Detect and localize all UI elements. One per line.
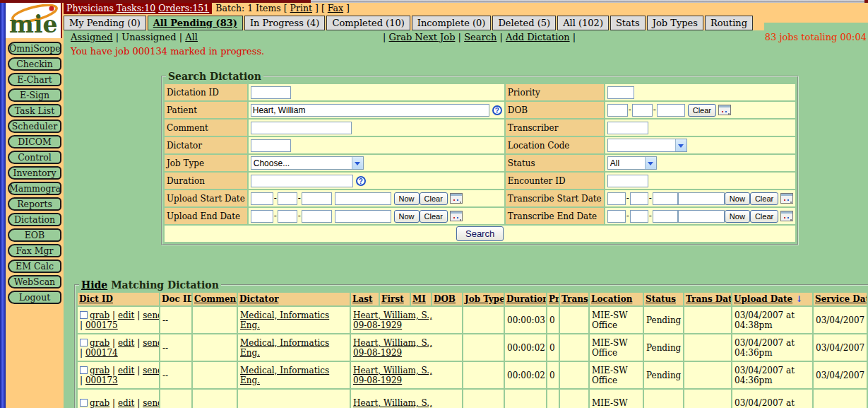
upload-end-now-button[interactable]: Now [394, 210, 420, 223]
col-job-type[interactable]: Job Type [463, 293, 504, 305]
upload-start-month-input[interactable] [251, 192, 273, 205]
transcribe-start-time-input[interactable] [678, 192, 725, 205]
col-first[interactable]: First [380, 293, 410, 305]
col-comment[interactable]: Comment [193, 293, 237, 305]
dictator-link[interactable]: Medical, Informatics Eng. [240, 338, 329, 358]
duration-input[interactable] [251, 175, 353, 187]
priority-input[interactable] [607, 86, 634, 99]
sidebar-item-eob[interactable]: EOB [8, 228, 61, 242]
col-comment-link[interactable]: Comment [194, 294, 237, 304]
sidebar-item-echart[interactable]: E-Chart [8, 73, 61, 86]
col-mi-link[interactable]: MI [412, 294, 426, 304]
col-dict-id-link[interactable]: Dict ID [79, 294, 113, 304]
sidebar-item-logout[interactable]: Logout [8, 291, 61, 304]
encounter-id-input[interactable] [607, 175, 648, 187]
dob-calendar-icon[interactable] [718, 105, 731, 115]
dob-month-input[interactable] [607, 104, 628, 117]
upload-start-calendar-icon[interactable] [450, 193, 463, 204]
upload-start-time-input[interactable] [335, 192, 391, 205]
col-location-link[interactable]: Location [591, 294, 632, 304]
col-trans-link[interactable]: Trans [561, 294, 588, 304]
edit-link[interactable]: edit [118, 338, 134, 348]
transcribe-start-calendar-icon[interactable] [780, 193, 793, 204]
grab-next-job-link[interactable]: Grab Next Job [389, 32, 456, 42]
patient-input[interactable] [251, 104, 489, 117]
upload-start-year-input[interactable] [302, 192, 332, 205]
orders-link[interactable]: Orders:151 [158, 3, 209, 13]
tab-deleted[interactable]: Deleted (5) [492, 16, 556, 30]
col-pri[interactable]: Pri [547, 293, 559, 305]
grab-link[interactable]: grab [90, 310, 109, 320]
search-link[interactable]: Search [464, 32, 497, 42]
row-checkbox[interactable] [80, 399, 88, 407]
col-mi[interactable]: MI [411, 293, 431, 305]
patient-dob-link[interactable]: 09-08-1929 [353, 375, 402, 385]
dictator-input[interactable] [251, 139, 291, 152]
transcribe-start-clear-button[interactable]: Clear [750, 192, 778, 205]
row-checkbox[interactable] [80, 311, 88, 319]
upload-end-month-input[interactable] [251, 210, 273, 223]
grab-link[interactable]: grab [90, 366, 109, 375]
patient-name-link[interactable]: Heart, William, S., [353, 338, 432, 348]
col-trans-date[interactable]: Trans Date [684, 293, 731, 305]
edit-link[interactable]: edit [118, 398, 134, 408]
tab-routing[interactable]: Routing [705, 16, 753, 30]
upload-end-time-input[interactable] [335, 210, 391, 223]
sidebar-item-reports[interactable]: Reports [8, 197, 61, 211]
patient-name-link[interactable]: Heart, William, S., [353, 366, 432, 375]
transcribe-start-now-button[interactable]: Now [725, 192, 750, 205]
col-dob[interactable]: DOB [432, 293, 462, 305]
sidebar-item-dictation[interactable]: Dictation [8, 213, 61, 226]
transcribe-start-day-input[interactable] [630, 192, 648, 205]
col-last[interactable]: Last [351, 293, 379, 305]
tab-my-pending[interactable]: My Pending (0) [64, 16, 146, 30]
upload-start-now-button[interactable]: Now [394, 192, 420, 205]
comment-input[interactable] [251, 122, 352, 134]
send-link[interactable]: send [143, 398, 159, 408]
row-checkbox[interactable] [80, 339, 88, 346]
col-service-date-link[interactable]: Service Date [815, 294, 867, 304]
sidebar-item-checkin[interactable]: Checkin [8, 57, 61, 71]
transcriber-input[interactable] [607, 122, 648, 134]
tasks-link[interactable]: Tasks:10 [117, 3, 155, 13]
tab-all[interactable]: All (102) [557, 16, 609, 30]
dob-year-input[interactable] [657, 104, 685, 117]
col-duration[interactable]: Duration [505, 293, 546, 305]
dob-clear-button[interactable]: Clear [688, 104, 716, 117]
upload-end-calendar-icon[interactable] [450, 211, 463, 221]
sidebar-item-webscan[interactable]: WebScan [8, 275, 61, 288]
dictator-link[interactable]: Medical, Informatics Eng. [240, 310, 329, 330]
patient-help-icon[interactable]: ? [492, 105, 502, 115]
add-dictation-link[interactable]: Add Dictation [506, 32, 570, 42]
col-upload-date[interactable]: Upload Date ↓ [732, 293, 812, 305]
sidebar-item-emcalc[interactable]: EM Calc [8, 260, 61, 273]
col-dictator[interactable]: Dictator [238, 293, 350, 305]
grab-link[interactable]: grab [90, 398, 109, 408]
col-upload-date-link[interactable]: Upload Date [734, 294, 792, 304]
upload-end-day-input[interactable] [278, 210, 297, 223]
col-status-link[interactable]: Status [646, 294, 676, 304]
transcribe-end-calendar-icon[interactable] [780, 211, 793, 221]
patient-name-link[interactable]: Heart, William, S., [353, 310, 432, 320]
upload-end-clear-button[interactable]: Clear [420, 210, 448, 223]
transcribe-end-day-input[interactable] [630, 210, 648, 223]
tab-completed[interactable]: Completed (10) [326, 16, 410, 30]
job-type-select[interactable]: Choose... [251, 156, 364, 170]
tab-incomplete[interactable]: Incomplete (0) [412, 16, 492, 30]
all-link[interactable]: All [185, 32, 198, 42]
patient-name-link[interactable]: Heart, William, S., [353, 398, 432, 408]
tab-stats[interactable]: Stats [610, 16, 646, 30]
edit-link[interactable]: edit [118, 366, 134, 375]
col-duration-link[interactable]: Duration [506, 294, 546, 304]
edit-link[interactable]: edit [118, 310, 134, 320]
dob-day-input[interactable] [632, 104, 653, 117]
sort-descending-icon[interactable]: ↓ [795, 294, 802, 304]
dict-id-link[interactable]: 000173 [85, 375, 118, 385]
sidebar-item-scheduler[interactable]: Scheduler [8, 120, 61, 133]
duration-help-icon[interactable]: ? [356, 176, 366, 186]
dict-id-link[interactable]: 000174 [85, 348, 118, 358]
send-link[interactable]: send [143, 310, 159, 320]
col-dictator-link[interactable]: Dictator [239, 294, 278, 304]
grab-link[interactable]: grab [90, 338, 109, 348]
col-service-date[interactable]: Service Date [814, 293, 867, 305]
